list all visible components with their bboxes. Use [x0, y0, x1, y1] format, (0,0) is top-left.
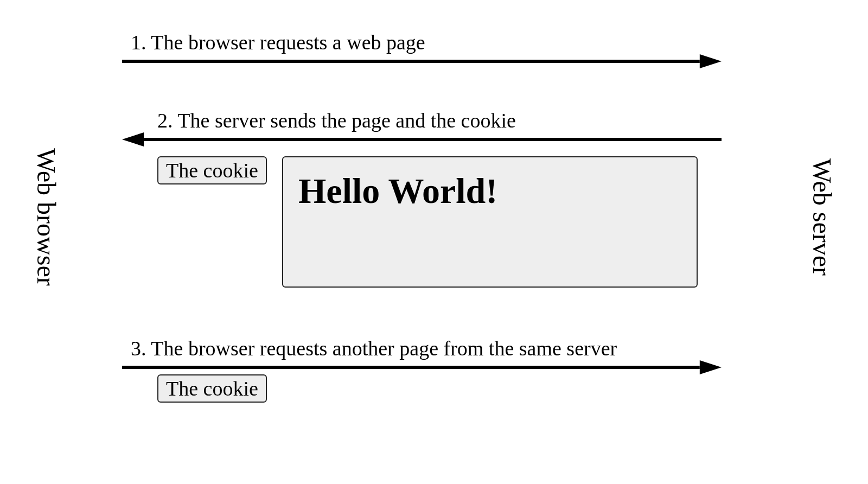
arrow-right-icon: [122, 53, 722, 69]
arrow-right-icon: [122, 359, 722, 375]
svg-marker-5: [700, 360, 722, 374]
step-3-label: 3. The browser requests another page fro…: [122, 336, 722, 360]
page-box: Hello World!: [282, 156, 698, 288]
arrow-left-icon: [122, 131, 722, 148]
page-content-text: Hello World!: [298, 170, 681, 212]
svg-marker-3: [122, 132, 144, 147]
step-3-arrow: 3. The browser requests another page fro…: [122, 336, 722, 375]
cookie-box-1: The cookie: [157, 156, 267, 184]
step-2-label: 2. The server sends the page and the coo…: [122, 109, 722, 132]
web-server-label: Web server: [807, 158, 837, 276]
svg-marker-1: [700, 54, 722, 68]
cookie-box-2: The cookie: [157, 374, 267, 403]
web-browser-label: Web browser: [31, 148, 61, 285]
step-2-arrow: 2. The server sends the page and the coo…: [122, 109, 722, 148]
step-1-arrow: 1. The browser requests a web page: [122, 30, 722, 69]
step-1-label: 1. The browser requests a web page: [122, 30, 722, 54]
